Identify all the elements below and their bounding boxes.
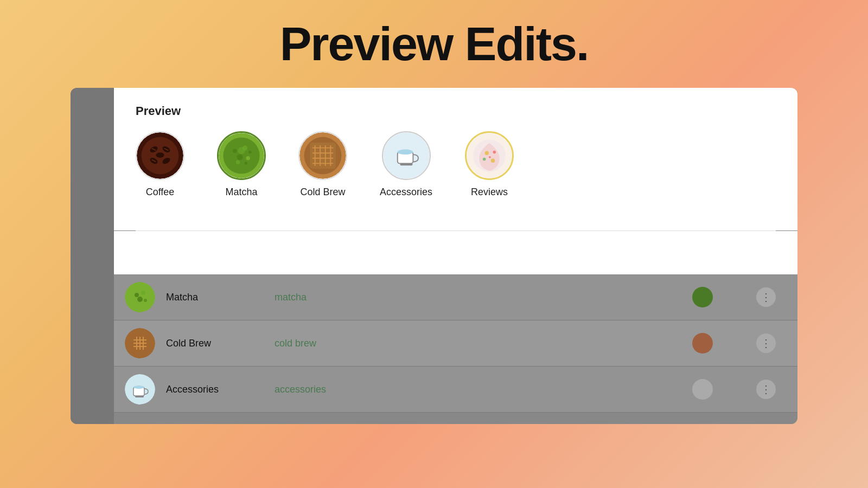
svg-point-40 <box>483 158 486 161</box>
category-list: Coffee <box>136 131 776 209</box>
row-menu-button-coldbrew[interactable]: ⋮ <box>756 333 776 353</box>
app-container: Preview <box>71 88 797 424</box>
category-icon-coffee <box>136 131 184 180</box>
page-title: Preview Edits. <box>280 16 589 72</box>
category-label-accessories: Accessories <box>380 187 432 198</box>
svg-rect-58 <box>135 396 144 397</box>
list-row: Cold Brew cold brew ⋮ <box>114 320 797 367</box>
svg-point-34 <box>397 150 413 155</box>
row-name-matcha: Matcha <box>166 292 264 303</box>
row-menu-button-accessories[interactable]: ⋮ <box>756 380 776 399</box>
svg-point-38 <box>485 151 489 155</box>
svg-rect-23 <box>310 143 336 169</box>
category-label-coffee: Coffee <box>146 187 175 198</box>
preview-bottom <box>114 231 797 274</box>
svg-point-44 <box>135 293 139 297</box>
category-icon-matcha <box>217 131 266 180</box>
svg-point-46 <box>137 297 143 302</box>
row-menu-button-matcha[interactable]: ⋮ <box>756 287 776 307</box>
category-item-reviews[interactable]: Reviews <box>465 131 514 198</box>
row-name-coldbrew: Cold Brew <box>166 338 264 349</box>
list-row: Matcha matcha ⋮ <box>114 274 797 320</box>
row-slug-matcha: matcha <box>275 292 681 303</box>
category-label-reviews: Reviews <box>471 187 508 198</box>
category-label-matcha: Matcha <box>225 187 257 198</box>
row-icon-coldbrew <box>125 328 155 358</box>
svg-point-18 <box>248 151 252 154</box>
svg-point-17 <box>238 147 245 154</box>
category-item-matcha[interactable]: Matcha <box>217 131 266 198</box>
svg-point-12 <box>233 149 237 153</box>
row-color-dot-matcha <box>692 287 713 307</box>
svg-point-47 <box>144 299 147 302</box>
svg-point-42 <box>489 156 491 158</box>
category-item-accessories[interactable]: Accessories <box>380 131 432 198</box>
svg-point-6 <box>156 152 164 158</box>
main-content: Preview <box>114 88 797 424</box>
svg-point-39 <box>493 151 496 154</box>
svg-point-14 <box>237 154 243 160</box>
row-icon-accessories <box>125 374 155 404</box>
preview-card: Preview <box>114 88 797 230</box>
svg-point-16 <box>230 157 235 162</box>
row-slug-accessories: accessories <box>275 384 681 395</box>
category-label-coldbrew: Cold Brew <box>300 187 345 198</box>
svg-point-45 <box>141 291 145 295</box>
category-icon-reviews <box>465 131 514 180</box>
row-icon-matcha <box>125 282 155 312</box>
svg-point-20 <box>245 162 248 165</box>
svg-point-41 <box>491 159 495 163</box>
row-color-dot-accessories <box>692 379 713 400</box>
row-color-dot-coldbrew <box>692 333 713 354</box>
svg-point-57 <box>133 386 144 389</box>
category-item-coldbrew[interactable]: Cold Brew <box>298 131 347 198</box>
list-row: Accessories accessories ⋮ <box>114 367 797 413</box>
list-section: Matcha matcha ⋮ <box>114 274 797 424</box>
category-icon-accessories <box>382 131 431 180</box>
row-slug-coldbrew: cold brew <box>275 338 681 349</box>
preview-card-title: Preview <box>136 104 776 118</box>
svg-point-15 <box>246 156 250 160</box>
svg-rect-35 <box>400 163 412 165</box>
row-name-accessories: Accessories <box>166 384 264 395</box>
svg-point-19 <box>236 160 240 164</box>
category-icon-coldbrew <box>298 131 347 180</box>
sidebar <box>71 88 114 424</box>
category-item-coffee[interactable]: Coffee <box>136 131 184 198</box>
